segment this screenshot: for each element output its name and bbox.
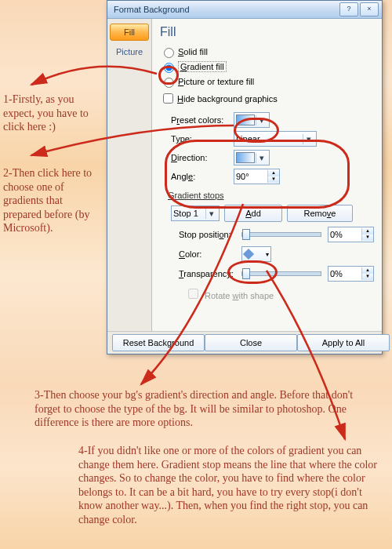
stop-position-input[interactable] [328,230,361,239]
apply-to-all-button[interactable]: Apply to All [297,334,390,351]
annotation-4: 4-If you didn't like one or more of the … [78,444,383,526]
transparency-input[interactable] [328,269,361,278]
preset-colors-label: Preset colors: [171,115,234,125]
spinner-buttons[interactable]: ▲▼ [361,267,373,280]
radio-solid-fill[interactable]: Solid fill [160,45,374,58]
stop-position-row: Stop position: ▲▼ [179,227,374,242]
radio-gradient-label: Gradient fill [178,61,227,72]
help-button[interactable]: ? [339,2,358,16]
spinner-buttons[interactable]: ▲▼ [361,228,373,241]
stop-selector-value: Stop 1 [173,209,198,218]
annotation-2: 2-Then click here to choose one of gradi… [3,166,103,235]
radio-gradient-fill[interactable]: Gradient fill [160,60,374,73]
highlight-ring-gradient [158,66,179,85]
sidebar: Fill Picture [107,19,152,331]
rotate-checkbox [188,289,198,299]
close-button[interactable]: Close [205,334,297,351]
chevron-down-icon: ▾ [266,251,270,258]
reset-background-button[interactable]: Reset Background [112,334,205,351]
stop-position-spinner[interactable]: ▲▼ [328,227,374,242]
titlebar: Format Background ? × [107,1,382,19]
annotation-1: 1-Firstly, as you expect, you have to cl… [3,93,103,134]
radio-picture-label: Picture or texture fill [178,77,254,86]
dialog-title: Format Background [114,5,338,14]
transparency-spinner[interactable]: ▲▼ [328,266,374,282]
gradient-stops-box: Stop 1 ▾ Add Remove Stop position: ▲▼ Co… [171,202,374,304]
highlight-ring-type-dir-angle [165,140,350,209]
radio-solid-input[interactable] [164,48,174,58]
stop-position-label: Stop position: [179,230,241,239]
annotation-3: 3-Then choose your bg's gradient's direc… [34,388,364,430]
color-label: Color: [179,249,241,259]
close-window-button[interactable]: × [360,2,379,16]
panel-heading: Fill [160,25,374,39]
sidebar-item-fill[interactable]: Fill [110,24,149,41]
button-bar: Reset Background Close Apply to All [107,331,382,354]
chevron-down-icon: ▾ [205,209,217,219]
stop-position-slider[interactable] [241,232,321,237]
check-hide-bg-label: Hide background graphics [177,94,278,104]
rotate-with-shape-row: Rotate with shape [185,286,374,301]
sidebar-item-picture[interactable]: Picture [107,44,151,60]
check-hide-bg[interactable]: Hide background graphics [160,91,374,106]
rotate-label: Rotate with shape [205,291,274,300]
color-swatch-icon [243,249,254,260]
radio-solid-label: Solid fill [178,47,208,56]
radio-picture-fill[interactable]: Picture or texture fill [160,75,374,88]
highlight-ring-color [227,260,278,284]
check-hide-bg-input[interactable] [163,93,173,104]
color-dropdown[interactable]: ▾ [241,246,271,262]
color-row: Color: ▾ [179,246,374,262]
